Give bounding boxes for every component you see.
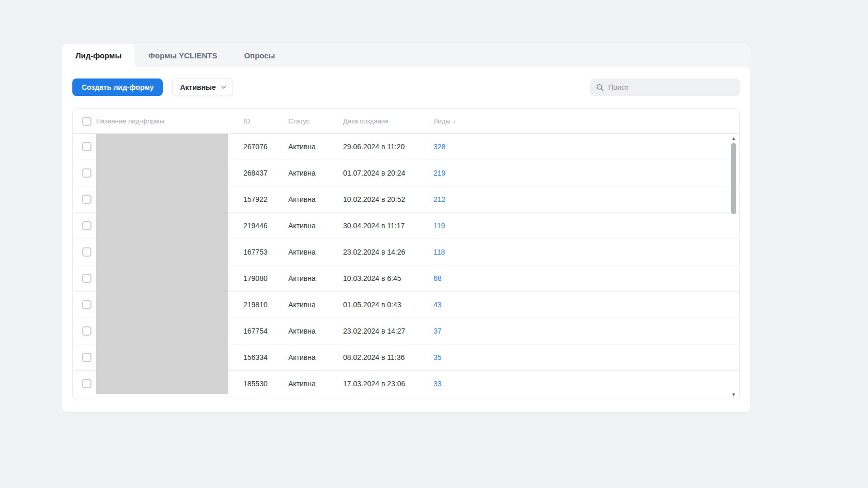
row-created: 23.02.2024 в 14:26 <box>343 248 433 256</box>
row-checkbox[interactable] <box>82 326 91 336</box>
tab-surveys[interactable]: Опросы <box>230 44 288 67</box>
chevron-down-icon <box>221 85 226 90</box>
tab-yclients-forms[interactable]: Формы YCLIENTS <box>135 44 230 67</box>
row-id: 268437 <box>243 169 288 177</box>
row-id: 179080 <box>243 274 288 282</box>
row-created: 29.06.2024 в 11:20 <box>343 143 433 151</box>
row-checkbox[interactable] <box>82 168 91 178</box>
row-leads-link[interactable]: 328 <box>433 143 739 151</box>
row-created: 01.05.2024 в 0:43 <box>343 301 433 309</box>
row-created: 17.03.2024 в 23:06 <box>343 380 433 388</box>
search-box[interactable] <box>590 78 740 96</box>
row-leads-link[interactable]: 43 <box>433 301 739 309</box>
row-status: Активна <box>288 169 343 177</box>
row-checkbox[interactable] <box>82 221 91 230</box>
row-status: Активна <box>288 222 343 230</box>
row-created: 08.02.2024 в 11:36 <box>343 353 433 361</box>
row-status: Активна <box>288 248 343 256</box>
column-header-created: Дата создания <box>343 117 433 125</box>
column-header-id: ID <box>243 117 288 125</box>
row-checkbox[interactable] <box>82 379 91 388</box>
row-checkbox[interactable] <box>82 195 91 204</box>
row-status: Активна <box>288 143 343 151</box>
row-id: 219446 <box>243 222 288 230</box>
select-all-checkbox[interactable] <box>82 117 91 126</box>
row-status: Активна <box>288 353 343 361</box>
row-leads-link[interactable]: 68 <box>433 274 739 282</box>
row-id: 157922 <box>243 195 288 203</box>
row-id: 219810 <box>243 301 288 309</box>
row-status: Активна <box>288 274 343 282</box>
scrollbar-track[interactable] <box>731 141 737 392</box>
row-leads-link[interactable]: 219 <box>433 169 739 177</box>
row-checkbox[interactable] <box>82 142 91 151</box>
search-input[interactable] <box>608 83 734 91</box>
sort-desc-icon: ↓ <box>453 118 456 125</box>
name-column-redaction <box>96 134 228 394</box>
row-created: 10.03.2024 в 6:45 <box>343 274 433 282</box>
tabs-bar: Лид-формы Формы YCLIENTS Опросы <box>62 44 750 67</box>
vertical-scrollbar[interactable]: ▲ ▼ <box>731 136 737 397</box>
row-status: Активна <box>288 301 343 309</box>
scroll-down-icon[interactable]: ▼ <box>732 392 736 397</box>
row-status: Активна <box>288 195 343 203</box>
tab-lead-forms[interactable]: Лид-формы <box>62 44 135 67</box>
status-filter-value: Активные <box>180 83 215 91</box>
row-leads-link[interactable]: 118 <box>433 248 739 256</box>
row-leads-link[interactable]: 35 <box>433 353 739 361</box>
row-created: 30.04.2024 в 11:17 <box>343 222 433 230</box>
lead-forms-panel: Создать лид-форму Активные Название лид-… <box>62 67 750 412</box>
row-id: 267076 <box>243 143 288 151</box>
row-leads-link[interactable]: 119 <box>433 222 739 230</box>
row-status: Активна <box>288 380 343 388</box>
status-filter-dropdown[interactable]: Активные <box>172 78 233 96</box>
row-id: 185530 <box>243 380 288 388</box>
row-status: Активна <box>288 327 343 335</box>
row-created: 01.07.2024 в 20:24 <box>343 169 433 177</box>
row-leads-link[interactable]: 37 <box>433 327 739 335</box>
row-checkbox[interactable] <box>82 300 91 309</box>
row-id: 156334 <box>243 353 288 361</box>
toolbar: Создать лид-форму Активные <box>72 78 740 96</box>
scroll-up-icon[interactable]: ▲ <box>732 136 736 141</box>
row-leads-link[interactable]: 212 <box>433 195 739 203</box>
row-checkbox[interactable] <box>82 353 91 362</box>
search-icon <box>596 84 604 91</box>
column-header-name: Название лид-формы <box>96 117 228 125</box>
column-header-status: Статус <box>288 117 343 125</box>
lead-forms-card: Лид-формы Формы YCLIENTS Опросы Создать … <box>62 44 750 412</box>
row-id: 167753 <box>243 248 288 256</box>
table-header: Название лид-формы ID Статус Дата создан… <box>73 109 739 134</box>
row-id: 167754 <box>243 327 288 335</box>
scrollbar-thumb[interactable] <box>731 143 736 214</box>
column-header-leads[interactable]: Лиды↓ <box>433 117 739 125</box>
row-checkbox[interactable] <box>82 274 91 283</box>
column-header-leads-label: Лиды <box>433 117 451 125</box>
row-created: 23.02.2024 в 14:27 <box>343 327 433 335</box>
row-leads-link[interactable]: 33 <box>433 380 739 388</box>
row-created: 10.02.2024 в 20:52 <box>343 195 433 203</box>
lead-forms-table: Название лид-формы ID Статус Дата создан… <box>72 108 740 400</box>
row-checkbox[interactable] <box>82 247 91 257</box>
create-lead-form-button[interactable]: Создать лид-форму <box>72 78 163 96</box>
table-body: 267076Активна29.06.2024 в 11:20328268437… <box>73 134 739 397</box>
